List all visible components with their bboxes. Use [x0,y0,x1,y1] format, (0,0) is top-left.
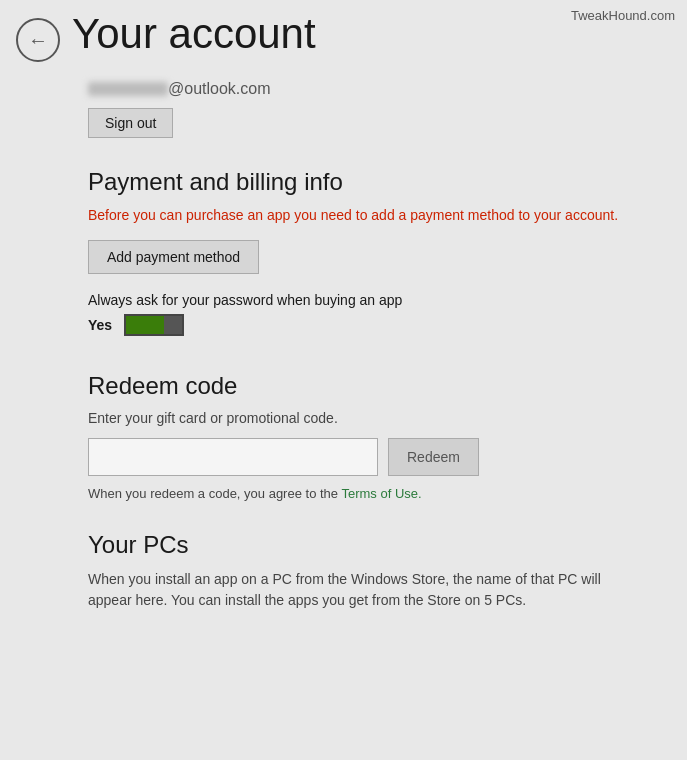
page-title: Your account [72,10,316,58]
terms-text: When you redeem a code, you agree to the… [88,486,667,501]
main-content: @outlook.com Sign out Payment and billin… [88,80,667,611]
email-blur [88,82,168,96]
redeem-description: Enter your gift card or promotional code… [88,410,667,426]
redeem-section-title: Redeem code [88,372,667,400]
password-toggle-switch[interactable] [124,314,184,336]
toggle-off-segment [164,316,182,334]
terms-prefix: When you redeem a code, you agree to the [88,486,341,501]
watermark: TweakHound.com [571,8,675,23]
account-email-row: @outlook.com [88,80,667,98]
redeem-code-input[interactable] [88,438,378,476]
email-domain: @outlook.com [168,80,271,98]
sign-out-button[interactable]: Sign out [88,108,173,138]
back-arrow-icon: ← [28,30,48,50]
back-button[interactable]: ← [16,18,60,62]
password-prompt-label: Always ask for your password when buying… [88,292,667,308]
payment-section-title: Payment and billing info [88,168,667,196]
terms-of-use-link[interactable]: Terms of Use. [341,486,421,501]
your-pcs-section: Your PCs When you install an app on a PC… [88,531,667,611]
your-pcs-title: Your PCs [88,531,667,559]
redeem-input-row: Redeem [88,438,667,476]
redeem-button[interactable]: Redeem [388,438,479,476]
payment-error-message: Before you can purchase an app you need … [88,206,667,226]
your-pcs-description: When you install an app on a PC from the… [88,569,648,611]
toggle-on-segment [126,316,164,334]
add-payment-button[interactable]: Add payment method [88,240,259,274]
redeem-section: Redeem code Enter your gift card or prom… [88,372,667,501]
password-toggle-row: Yes [88,314,667,336]
toggle-value-label: Yes [88,317,112,333]
